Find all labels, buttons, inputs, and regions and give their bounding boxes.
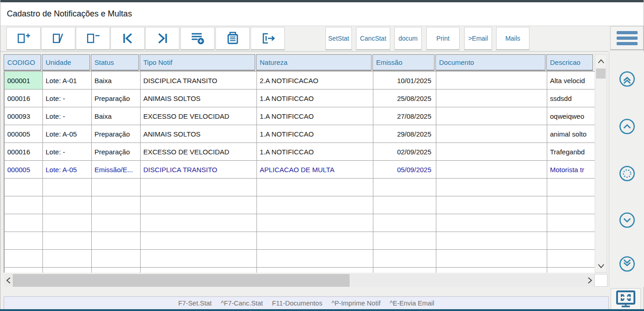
- last-record-button[interactable]: [145, 27, 179, 50]
- horizontal-scrollbar-thumb[interactable]: [13, 274, 350, 287]
- cell-documento[interactable]: [436, 125, 547, 143]
- first-record-button[interactable]: [110, 27, 145, 50]
- cell-unidade[interactable]: Lote: A-05: [43, 125, 92, 143]
- cell-documento[interactable]: [436, 72, 547, 90]
- column-header-tipo-notif[interactable]: Tipo Notif: [140, 54, 255, 71]
- empty-table-row[interactable]: [5, 232, 596, 250]
- cell-status[interactable]: Baixa: [92, 107, 141, 125]
- cell-descricao[interactable]: oqweiqweo: [547, 107, 596, 125]
- scroll-down-arrow-icon[interactable]: [595, 259, 607, 272]
- cell-descricao[interactable]: animal solto: [547, 125, 596, 143]
- statusbar-shortcut-hint: F7-Set.Stat: [178, 300, 211, 307]
- cell-status[interactable]: Preparação: [92, 90, 141, 107]
- delete-record-button[interactable]: [76, 27, 110, 50]
- cell-tipo[interactable]: EXCESSO DE VELOCIDAD: [141, 143, 257, 161]
- column-header-natureza[interactable]: Natureza: [256, 54, 372, 71]
- cell-tipo[interactable]: ANIMAIS SOLTOS: [141, 90, 257, 107]
- mails-button[interactable]: Mails: [496, 27, 529, 50]
- empty-table-row[interactable]: [5, 179, 596, 196]
- cell-documento[interactable]: [436, 161, 547, 179]
- cell-unidade[interactable]: Lote: A-05: [43, 161, 92, 179]
- cell-natureza[interactable]: 1.A NOTIFICCAO: [257, 90, 373, 107]
- table-row[interactable]: 000005Lote: A-05PreparaçãoANIMAIS SOLTOS…: [5, 125, 596, 143]
- cell-documento[interactable]: [436, 143, 547, 161]
- cell-documento[interactable]: [436, 90, 547, 107]
- goto-previous-button[interactable]: [618, 118, 636, 135]
- cell-descricao[interactable]: Alta velocid: [547, 72, 596, 90]
- cell-emissao[interactable]: 05/09/2025: [373, 161, 436, 179]
- table-row[interactable]: 000016Lote: -PreparaçãoANIMAIS SOLTOS1.A…: [5, 90, 596, 107]
- cell-unidade[interactable]: Lote: A-01: [43, 72, 92, 90]
- cell-emissao[interactable]: 02/09/2025: [373, 143, 436, 161]
- column-header-descricao[interactable]: Descricao: [546, 54, 593, 71]
- cell-emissao[interactable]: 27/08/2025: [373, 107, 436, 125]
- cell-descricao[interactable]: Motorista tr: [547, 161, 596, 179]
- cell-emissao[interactable]: 10/01/2025: [373, 72, 436, 90]
- edit-record-button[interactable]: [41, 27, 75, 50]
- cell-emissao[interactable]: 29/08/2025: [373, 125, 436, 143]
- new-record-button[interactable]: [6, 27, 41, 50]
- cell-status[interactable]: Baixa: [92, 72, 141, 90]
- cell-codigo[interactable]: 000001: [5, 72, 43, 90]
- cell-tipo[interactable]: EXCESSO DE VELOCIDAD: [141, 107, 257, 125]
- cell-status[interactable]: Emissão/E...: [92, 161, 141, 179]
- cell-status[interactable]: Preparação: [92, 143, 141, 161]
- cell-codigo[interactable]: 000016: [5, 90, 43, 107]
- column-header-unidade[interactable]: Unidade: [42, 54, 90, 71]
- column-header-documento[interactable]: Documento: [435, 54, 545, 71]
- cell-unidade[interactable]: Lote: -: [43, 90, 92, 107]
- cell-codigo[interactable]: 000005: [5, 161, 43, 179]
- email-button[interactable]: >Email: [464, 27, 492, 50]
- column-header-status[interactable]: Status: [91, 54, 139, 71]
- cell-natureza[interactable]: APLICACAO DE MULTA: [257, 161, 373, 179]
- print-button[interactable]: Print: [426, 27, 460, 50]
- goto-last-button[interactable]: [618, 255, 636, 273]
- cell-natureza[interactable]: 1.A NOTIFICCAO: [257, 125, 373, 143]
- table-row[interactable]: 000001Lote: A-01BaixaDISCIPLICA TRANSITO…: [5, 72, 596, 90]
- cell-natureza[interactable]: 1.A NOTIFICCAO: [257, 143, 373, 161]
- cell-tipo[interactable]: DISCIPLICA TRANSITO: [141, 161, 257, 179]
- docum-button[interactable]: docum: [394, 27, 422, 50]
- fullscreen-button[interactable]: [611, 288, 641, 310]
- column-header-emiss-o[interactable]: Emissão: [372, 54, 435, 71]
- cell-unidade[interactable]: Lote: -: [43, 143, 92, 161]
- hamburger-menu-button[interactable]: [610, 26, 644, 50]
- cell-codigo[interactable]: 000005: [5, 125, 43, 143]
- table-row[interactable]: 000016Lote: -PreparaçãoEXCESSO DE VELOCI…: [5, 143, 596, 161]
- cell-tipo[interactable]: ANIMAIS SOLTOS: [141, 125, 257, 143]
- goto-next-button[interactable]: [618, 211, 636, 229]
- cell-codigo[interactable]: 000093: [5, 107, 43, 125]
- cancstat-button[interactable]: CancStat: [356, 27, 390, 50]
- scroll-left-arrow-icon[interactable]: [4, 274, 13, 287]
- statusbar-shortcut-hint: F11-Documentos: [272, 300, 322, 307]
- scroll-up-arrow-icon[interactable]: [595, 55, 607, 68]
- empty-table-row[interactable]: [5, 196, 596, 214]
- setstat-button[interactable]: SetStat: [325, 27, 352, 50]
- cell-status[interactable]: Preparação: [92, 125, 141, 143]
- goto-first-button[interactable]: [618, 70, 636, 88]
- print-grid-button[interactable]: [215, 27, 250, 50]
- column-header-codigo[interactable]: CODIGO: [4, 54, 41, 71]
- cell-codigo[interactable]: 000016: [5, 143, 43, 161]
- cell-documento[interactable]: [436, 107, 547, 125]
- vertical-scrollbar-thumb[interactable]: [596, 69, 606, 79]
- cell-tipo[interactable]: DISCIPLICA TRANSITO: [141, 72, 257, 90]
- cell-unidade[interactable]: Lote: -: [43, 107, 92, 125]
- table-row[interactable]: 000093Lote: -BaixaEXCESSO DE VELOCIDAD1.…: [5, 107, 596, 125]
- vertical-scrollbar[interactable]: [595, 54, 607, 273]
- cell-descricao[interactable]: Trafeganbd: [547, 143, 596, 161]
- add-list-button[interactable]: [180, 27, 215, 50]
- cell-descricao[interactable]: ssdsdd: [547, 90, 596, 107]
- cell-natureza[interactable]: 1.A NOTIFICCAO: [257, 107, 373, 125]
- cell-emissao[interactable]: 25/08/2025: [373, 90, 436, 107]
- empty-table-row[interactable]: [5, 268, 596, 273]
- empty-table-row[interactable]: [5, 250, 596, 268]
- exit-button[interactable]: [251, 27, 285, 50]
- scroll-right-arrow-icon[interactable]: [585, 274, 594, 287]
- cell-natureza[interactable]: 2.A NOTIFICACAO: [257, 72, 373, 90]
- empty-table-row[interactable]: [5, 214, 596, 232]
- current-record-button[interactable]: [618, 165, 636, 182]
- horizontal-scrollbar[interactable]: [4, 274, 594, 287]
- hamburger-menu-icon: [617, 31, 638, 34]
- table-row[interactable]: 000005Lote: A-05Emissão/E...DISCIPLICA T…: [5, 161, 596, 179]
